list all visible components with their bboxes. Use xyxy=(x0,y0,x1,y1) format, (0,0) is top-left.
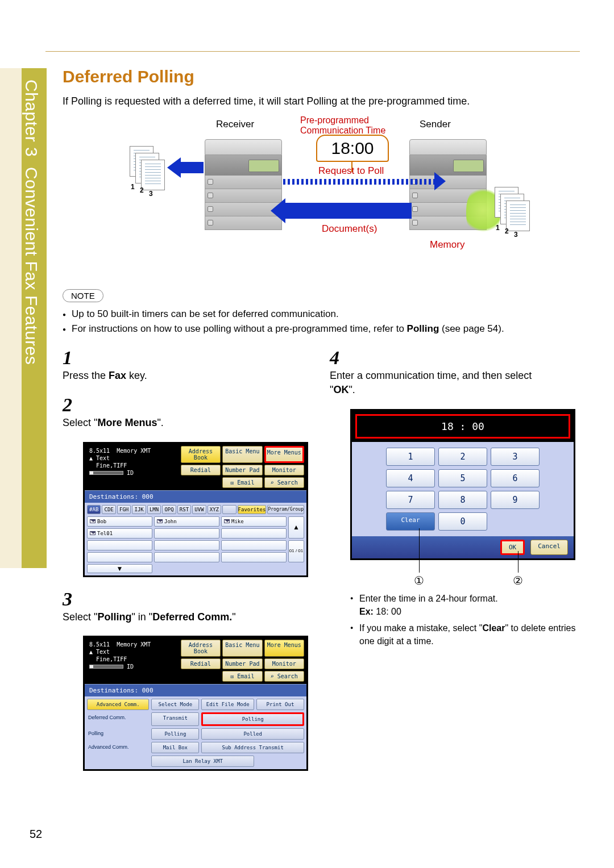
label-sender: Sender xyxy=(420,119,451,130)
step-text: Enter a communication time, and then sel… xyxy=(330,369,557,397)
alpha-tab[interactable]: LMN xyxy=(147,505,161,514)
email-tab[interactable]: ✉ Email xyxy=(222,477,262,488)
polling-diagram: Receiver Pre-programmed Communication Ti… xyxy=(102,119,557,278)
monitor-tab[interactable]: Monitor xyxy=(264,465,304,475)
alpha-tab[interactable]: #AB xyxy=(87,505,101,514)
basicmenu-tab[interactable]: Basic Menu xyxy=(222,640,262,657)
subnote-list: Enter the time in a 24-hour format.Ex: 1… xyxy=(330,592,580,648)
destinations-label: Destinations: 000 xyxy=(85,684,306,696)
request-arrowhead-icon xyxy=(434,172,446,190)
note-item: For instructions on how to use polling w… xyxy=(63,322,580,336)
alpha-tab[interactable]: FGH xyxy=(117,505,131,514)
contact-entry[interactable]: Mike xyxy=(221,516,287,527)
note-list: Up to 50 built-in timers can be set for … xyxy=(63,307,580,336)
alpha-tab[interactable]: RST xyxy=(177,505,191,514)
print-out-header[interactable]: Print Out xyxy=(256,699,304,710)
contact-entry[interactable]: Tel01 xyxy=(87,528,152,539)
scroll-up[interactable]: ▲ xyxy=(288,516,304,539)
envelope-icon xyxy=(90,531,96,535)
polling-btn[interactable]: Polling xyxy=(201,712,304,726)
row-label: Advanced Comm. xyxy=(87,742,149,753)
select-mode-header[interactable]: Select Mode xyxy=(151,699,199,710)
cancel-button[interactable]: Cancel xyxy=(530,540,568,555)
row-label: Deferred Comm. xyxy=(87,712,149,726)
step-number: 3 xyxy=(63,589,83,610)
envelope-icon xyxy=(157,519,163,523)
circle-1: ① xyxy=(414,574,424,587)
circle-2: ② xyxy=(513,574,523,587)
request-line-icon xyxy=(283,179,437,185)
polled-btn[interactable]: Polled xyxy=(201,728,304,740)
favorites-tab[interactable]: Favorites xyxy=(238,505,267,514)
search-tab[interactable]: ⌕ Search xyxy=(264,477,304,488)
alpha-tab[interactable]: OPQ xyxy=(162,505,176,514)
scroll-down[interactable]: ▼ xyxy=(87,564,152,573)
time-display: 18 : 00 xyxy=(355,414,570,439)
step-text: Select "More Menus". xyxy=(63,416,290,430)
numberpad-tab[interactable]: Number Pad xyxy=(222,465,262,475)
step-text: Select "Polling" in "Deferred Comm." xyxy=(63,610,290,624)
numkey-2[interactable]: 2 xyxy=(438,448,487,466)
documents-label: Document(s) xyxy=(322,223,377,235)
redial-tab[interactable]: Redial xyxy=(181,658,221,669)
note-item: Up to 50 built-in timers can be set for … xyxy=(63,307,580,322)
ok-button[interactable]: OK xyxy=(500,540,525,555)
edit-file-header[interactable]: Edit File Mode xyxy=(201,699,254,710)
sender-docs-icon: 1 2 3 xyxy=(495,187,529,229)
alpha-tab[interactable] xyxy=(222,505,236,514)
moremenus-tab[interactable]: More Menus xyxy=(264,640,304,657)
numkey-clear[interactable]: Clear xyxy=(386,512,435,531)
advanced-comm-header[interactable]: Advanced Comm. xyxy=(87,699,149,710)
chapter-label: Chapter 3 Convenient Fax Features xyxy=(22,80,41,365)
numkey-6[interactable]: 6 xyxy=(491,469,540,487)
moremenus-tab[interactable]: More Menus xyxy=(264,446,304,463)
transmit-btn[interactable]: Transmit xyxy=(151,712,199,726)
documents-arrow-icon xyxy=(282,203,412,219)
addressbook-tab[interactable]: Address Book xyxy=(181,446,221,463)
numkey-8[interactable]: 8 xyxy=(438,491,487,509)
numkey-3[interactable]: 3 xyxy=(491,448,540,466)
polling-btn2[interactable]: Polling xyxy=(151,728,199,740)
time-box: 18:00 xyxy=(316,135,389,162)
search-tab[interactable]: ⌕ Search xyxy=(264,671,304,682)
numkey-1[interactable]: 1 xyxy=(386,448,435,466)
screenshot-step2: 8.5x11 Memory XMT ▲ Text Fine,TIFF ID Ad… xyxy=(83,442,308,577)
subnote-item: Enter the time in a 24-hour format.Ex: 1… xyxy=(350,592,580,618)
redial-tab[interactable]: Redial xyxy=(181,465,221,475)
step-number: 2 xyxy=(63,394,83,416)
numkey-0[interactable]: 0 xyxy=(438,512,487,531)
label-preprogrammed: Pre-programmed Communication Time xyxy=(300,115,385,135)
numkey-7[interactable]: 7 xyxy=(386,491,435,509)
arrow-to-receiver-icon xyxy=(169,157,204,178)
numberpad-tab[interactable]: Number Pad xyxy=(222,658,262,669)
memory-label: Memory xyxy=(430,239,464,251)
envelope-icon xyxy=(90,519,96,523)
contact-entry[interactable]: John xyxy=(154,516,219,527)
step-number: 1 xyxy=(63,347,83,369)
alpha-tab[interactable]: UVW xyxy=(192,505,206,514)
alpha-tab[interactable]: IJK xyxy=(132,505,146,514)
documents-arrowhead-icon xyxy=(271,198,285,223)
lanrelay-btn[interactable]: Lan Relay XMT xyxy=(151,756,254,767)
numkey-5[interactable]: 5 xyxy=(438,469,487,487)
note-pill: NOTE xyxy=(63,289,103,302)
received-docs-icon: 1 2 3 xyxy=(130,146,164,189)
destinations-label: Destinations: 000 xyxy=(85,490,306,503)
mailbox-btn[interactable]: Mail Box xyxy=(151,742,199,753)
label-receiver: Receiver xyxy=(216,119,254,130)
alpha-tab[interactable]: CDE xyxy=(102,505,115,514)
program-group-tab[interactable]: Program/Group xyxy=(267,505,304,514)
subaddress-btn[interactable]: Sub Address Transmit xyxy=(201,742,304,753)
numkey-4[interactable]: 4 xyxy=(386,469,435,487)
request-label: Request to Poll xyxy=(318,165,384,177)
email-tab[interactable]: ✉ Email xyxy=(222,671,262,682)
monitor-tab[interactable]: Monitor xyxy=(264,658,304,669)
scroll-counter: 01 / 01 xyxy=(288,540,304,562)
alpha-tab[interactable]: XYZ xyxy=(208,505,221,514)
step-text: Press the Fax key. xyxy=(63,369,290,383)
addressbook-tab[interactable]: Address Book xyxy=(181,640,221,657)
subnote-item: If you make a mistake, select "Clear" to… xyxy=(350,621,580,648)
contact-entry[interactable]: Bob xyxy=(87,516,152,527)
numkey-9[interactable]: 9 xyxy=(491,491,540,509)
basicmenu-tab[interactable]: Basic Menu xyxy=(222,446,262,463)
